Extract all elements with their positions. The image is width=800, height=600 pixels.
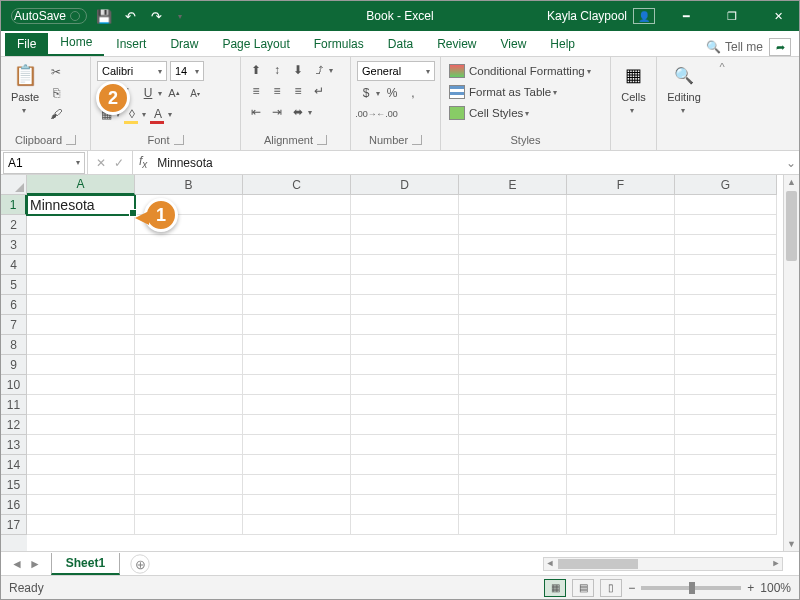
cell-B11[interactable] <box>135 395 243 415</box>
cell-D17[interactable] <box>351 515 459 535</box>
cell-F15[interactable] <box>567 475 675 495</box>
cell-G6[interactable] <box>675 295 777 315</box>
cell-A5[interactable] <box>27 275 135 295</box>
merge-icon[interactable]: ⬌ <box>289 103 307 121</box>
scroll-left-icon[interactable]: ◄ <box>544 558 556 568</box>
cell-E7[interactable] <box>459 315 567 335</box>
orientation-icon[interactable]: ⭜ <box>310 61 328 79</box>
cell-D2[interactable] <box>351 215 459 235</box>
cell-F12[interactable] <box>567 415 675 435</box>
cell-F1[interactable] <box>567 195 675 215</box>
qat-customize-icon[interactable]: ▾ <box>171 7 189 25</box>
name-box[interactable]: A1▾ <box>3 152 85 174</box>
cell-C3[interactable] <box>243 235 351 255</box>
cell-A15[interactable] <box>27 475 135 495</box>
cell-A17[interactable] <box>27 515 135 535</box>
cell-A12[interactable] <box>27 415 135 435</box>
cell-G15[interactable] <box>675 475 777 495</box>
comma-icon[interactable]: , <box>404 84 422 102</box>
decrease-indent-icon[interactable]: ⇤ <box>247 103 265 121</box>
row-header-14[interactable]: 14 <box>1 455 27 475</box>
cell-D16[interactable] <box>351 495 459 515</box>
cell-C2[interactable] <box>243 215 351 235</box>
row-header-5[interactable]: 5 <box>1 275 27 295</box>
cell-E6[interactable] <box>459 295 567 315</box>
tab-view[interactable]: View <box>489 33 539 56</box>
restore-button[interactable]: ❐ <box>711 1 753 31</box>
cell-C12[interactable] <box>243 415 351 435</box>
tab-review[interactable]: Review <box>425 33 488 56</box>
cell-C5[interactable] <box>243 275 351 295</box>
cell-G12[interactable] <box>675 415 777 435</box>
row-header-11[interactable]: 11 <box>1 395 27 415</box>
cell-A9[interactable] <box>27 355 135 375</box>
cells-button[interactable]: ▦ Cells▾ <box>617 61 650 116</box>
cell-F17[interactable] <box>567 515 675 535</box>
format-painter-icon[interactable]: 🖌 <box>47 105 65 123</box>
cell-D4[interactable] <box>351 255 459 275</box>
column-header-E[interactable]: E <box>459 175 567 195</box>
vertical-scrollbar[interactable]: ▲ ▼ <box>783 175 799 551</box>
collapse-ribbon-icon[interactable]: ^ <box>711 57 733 150</box>
cell-D8[interactable] <box>351 335 459 355</box>
cell-A13[interactable] <box>27 435 135 455</box>
hscroll-thumb[interactable] <box>558 559 638 569</box>
cell-G3[interactable] <box>675 235 777 255</box>
cell-E5[interactable] <box>459 275 567 295</box>
add-sheet-button[interactable]: ⊕ <box>131 554 150 573</box>
cancel-formula-icon[interactable]: ✕ <box>96 156 106 170</box>
cell-C9[interactable] <box>243 355 351 375</box>
tab-formulas[interactable]: Formulas <box>302 33 376 56</box>
cell-F5[interactable] <box>567 275 675 295</box>
cell-A1[interactable]: Minnesota <box>27 195 135 215</box>
cut-icon[interactable]: ✂ <box>47 63 65 81</box>
cell-B17[interactable] <box>135 515 243 535</box>
cell-F10[interactable] <box>567 375 675 395</box>
cell-B15[interactable] <box>135 475 243 495</box>
undo-icon[interactable]: ↶ <box>121 7 139 25</box>
column-header-C[interactable]: C <box>243 175 351 195</box>
cell-E15[interactable] <box>459 475 567 495</box>
column-header-B[interactable]: B <box>135 175 243 195</box>
row-header-8[interactable]: 8 <box>1 335 27 355</box>
cell-F13[interactable] <box>567 435 675 455</box>
cell-B10[interactable] <box>135 375 243 395</box>
copy-icon[interactable]: ⎘ <box>47 84 65 102</box>
cells-area[interactable]: Minnesota <box>27 195 777 551</box>
cell-C10[interactable] <box>243 375 351 395</box>
cell-G5[interactable] <box>675 275 777 295</box>
editing-button[interactable]: 🔍 Editing▾ <box>666 61 702 116</box>
tab-data[interactable]: Data <box>376 33 425 56</box>
cell-E4[interactable] <box>459 255 567 275</box>
cell-E9[interactable] <box>459 355 567 375</box>
cell-B14[interactable] <box>135 455 243 475</box>
page-layout-view-button[interactable]: ▤ <box>572 579 594 597</box>
cell-E13[interactable] <box>459 435 567 455</box>
minimize-button[interactable]: ━ <box>665 1 707 31</box>
close-button[interactable]: ✕ <box>757 1 799 31</box>
cell-G4[interactable] <box>675 255 777 275</box>
tab-file[interactable]: File <box>5 33 48 56</box>
cell-E11[interactable] <box>459 395 567 415</box>
cell-B8[interactable] <box>135 335 243 355</box>
underline-dropdown-icon[interactable]: ▾ <box>158 89 162 98</box>
cell-A7[interactable] <box>27 315 135 335</box>
save-icon[interactable]: 💾 <box>95 7 113 25</box>
font-launcher-icon[interactable] <box>174 135 184 145</box>
cell-C8[interactable] <box>243 335 351 355</box>
percent-icon[interactable]: % <box>383 84 401 102</box>
autosave-toggle[interactable]: AutoSave <box>11 8 87 24</box>
cell-F3[interactable] <box>567 235 675 255</box>
cell-D3[interactable] <box>351 235 459 255</box>
cell-D5[interactable] <box>351 275 459 295</box>
sheet-tab-sheet1[interactable]: Sheet1 <box>51 553 120 575</box>
cell-E14[interactable] <box>459 455 567 475</box>
cell-C15[interactable] <box>243 475 351 495</box>
cell-A8[interactable] <box>27 335 135 355</box>
currency-icon[interactable]: $ <box>357 84 375 102</box>
cell-E8[interactable] <box>459 335 567 355</box>
cell-C7[interactable] <box>243 315 351 335</box>
cell-G14[interactable] <box>675 455 777 475</box>
cell-D10[interactable] <box>351 375 459 395</box>
number-format-combo[interactable]: General▾ <box>357 61 435 81</box>
